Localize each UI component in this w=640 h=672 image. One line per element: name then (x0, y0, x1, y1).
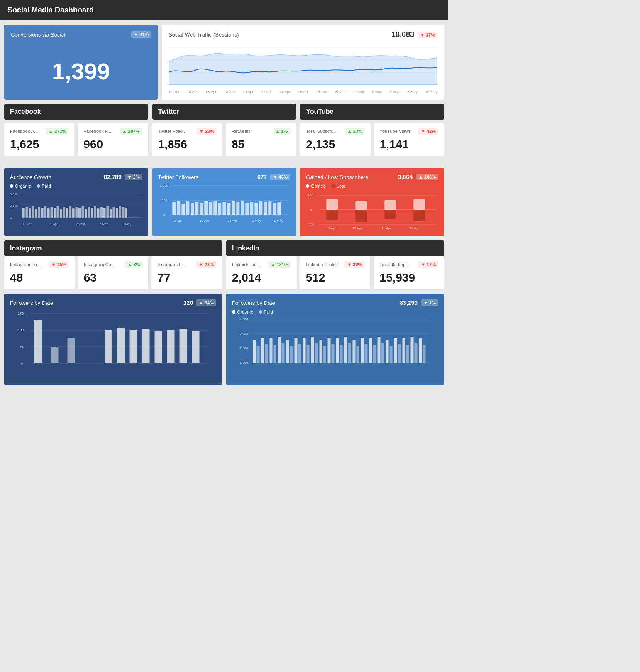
svg-text:11 Apr: 11 Apr (172, 219, 182, 223)
svg-rect-20 (54, 208, 56, 217)
facebook-metric-1: Facebook P... ▲ 287% 960 (78, 123, 148, 156)
svg-rect-155 (361, 338, 364, 363)
svg-rect-147 (328, 338, 331, 363)
instagram-metrics: Instagram Fo... ▼ 25% 48 Instagram Co...… (4, 256, 222, 289)
svg-text:1,000: 1,000 (240, 361, 249, 365)
svg-rect-162 (390, 346, 393, 363)
linkedin-bar-chart: 4,000 3,000 2,000 1,000 (232, 317, 438, 379)
svg-rect-116 (142, 329, 150, 363)
svg-rect-77 (273, 203, 276, 215)
svg-rect-137 (286, 340, 289, 363)
svg-rect-26 (72, 208, 75, 218)
svg-rect-149 (336, 338, 339, 363)
facebook-section: Facebook Facebook A... ▲ 272% 1,625 Face… (4, 104, 148, 159)
svg-rect-114 (117, 328, 125, 363)
svg-rect-120 (192, 331, 200, 363)
youtube-section: YouTube Total Subscri... ▲ 23% 2,135 You… (300, 104, 444, 159)
conversions-card: Conversions via Social ▼ 61% 1,399 (4, 25, 158, 100)
conversions-value: 1,399 (11, 49, 151, 93)
instagram-linkedin-row: Instagram Instagram Fo... ▼ 25% 48 Insta… (0, 240, 448, 294)
svg-rect-157 (369, 338, 372, 363)
facebook-metric-0: Facebook A... ▲ 272% 1,625 (4, 123, 74, 156)
svg-text:14 Apr: 14 Apr (410, 226, 420, 230)
svg-rect-133 (270, 338, 273, 363)
svg-rect-145 (320, 340, 322, 363)
svg-rect-22 (60, 209, 62, 218)
svg-text:2 May: 2 May (252, 219, 261, 223)
svg-text:100: 100 (308, 194, 314, 197)
svg-rect-67 (227, 203, 230, 215)
svg-rect-166 (406, 345, 409, 363)
svg-rect-63 (209, 202, 212, 215)
svg-text:150: 150 (18, 311, 24, 316)
svg-rect-68 (232, 201, 235, 215)
svg-text:13 Apr: 13 Apr (382, 226, 391, 230)
svg-rect-27 (75, 207, 78, 217)
svg-rect-43 (125, 208, 127, 217)
svg-rect-95 (356, 210, 367, 222)
svg-text:9 May: 9 May (274, 219, 283, 223)
svg-rect-74 (259, 201, 262, 215)
svg-rect-19 (50, 207, 53, 217)
bottom-charts-row: Followers by Date 120 ▲ 64% 150 100 50 0 (0, 294, 448, 389)
svg-rect-25 (69, 206, 71, 218)
svg-text:500: 500 (161, 199, 167, 202)
svg-text:5,000: 5,000 (10, 192, 18, 196)
traffic-header: Social Web Traffic (Sessions) 18,683 ▼ 3… (169, 30, 437, 39)
svg-rect-136 (282, 343, 285, 363)
svg-rect-163 (394, 338, 397, 363)
youtube-metric-0: Total Subscri... ▲ 23% 2,135 (300, 123, 370, 156)
instagram-chart-card: Followers by Date 120 ▲ 64% 150 100 50 0 (4, 294, 222, 385)
svg-rect-76 (268, 201, 271, 215)
twitter-section: Twitter Twitter Follo... ▼ 23% 1,856 Ret… (152, 104, 296, 159)
svg-rect-10 (22, 208, 25, 217)
svg-rect-169 (419, 338, 422, 363)
facebook-chart-card: Audience Growth 82,789 ▼ 2% Organic Paid… (4, 168, 148, 236)
svg-rect-11 (25, 207, 28, 217)
svg-rect-142 (307, 345, 310, 363)
svg-rect-164 (398, 344, 401, 363)
svg-text:4,000: 4,000 (240, 317, 249, 321)
svg-rect-37 (106, 206, 109, 218)
svg-rect-24 (66, 208, 68, 217)
svg-rect-91 (356, 201, 367, 210)
conversions-label: Conversions via Social (11, 32, 66, 38)
svg-rect-13 (32, 206, 34, 218)
svg-rect-134 (274, 345, 276, 363)
svg-text:0: 0 (163, 213, 165, 217)
svg-rect-158 (373, 345, 376, 363)
svg-rect-65 (218, 203, 221, 215)
youtube-metrics: Total Subscri... ▲ 23% 2,135 YouTube Vie… (300, 123, 444, 156)
conversions-header: Conversions via Social ▼ 61% (11, 31, 151, 38)
youtube-section-header: YouTube (300, 104, 444, 120)
svg-rect-92 (385, 200, 396, 210)
svg-rect-35 (100, 207, 103, 217)
svg-rect-66 (222, 202, 226, 215)
svg-rect-30 (85, 209, 87, 218)
dashboard-title: Social Media Dashboard (7, 6, 94, 14)
svg-rect-28 (78, 208, 81, 217)
svg-rect-119 (180, 329, 187, 363)
svg-text:100: 100 (18, 328, 24, 332)
svg-rect-129 (253, 340, 256, 363)
svg-rect-34 (97, 208, 100, 218)
svg-rect-33 (94, 206, 96, 218)
svg-text:1,000: 1,000 (160, 184, 169, 188)
twitter-metric-1: Retweets ▲ 1% 85 (226, 123, 296, 156)
svg-rect-31 (88, 207, 90, 217)
svg-rect-111 (51, 347, 59, 363)
svg-rect-17 (44, 206, 46, 218)
svg-rect-154 (357, 346, 359, 363)
twitter-metrics: Twitter Follo... ▼ 23% 1,856 Retweets ▲ … (152, 123, 296, 156)
svg-rect-131 (261, 338, 264, 363)
svg-rect-40 (116, 208, 118, 217)
twitter-section-header: Twitter (152, 104, 296, 120)
svg-text:50: 50 (20, 345, 24, 349)
twitter-chart-card: Twitter Followers 677 ▼ 43% 1,000 500 0 (152, 168, 296, 236)
svg-rect-115 (130, 330, 137, 363)
svg-rect-168 (415, 343, 418, 363)
svg-rect-18 (47, 208, 50, 218)
svg-text:2 May: 2 May (100, 222, 108, 226)
svg-rect-72 (250, 202, 253, 215)
traffic-badge: ▼ 37% (418, 32, 437, 38)
